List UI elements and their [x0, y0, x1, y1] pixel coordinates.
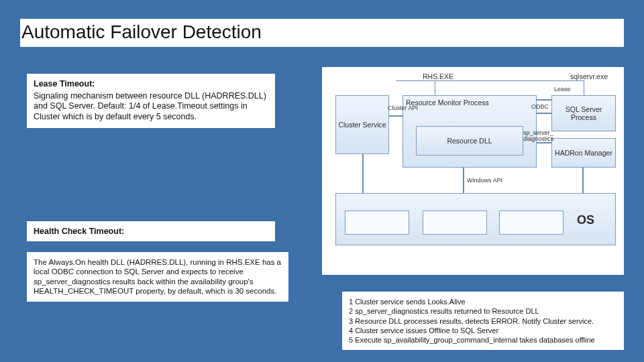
health-check-body-card: The Always.On health DLL (HADRRES.DLL), … [27, 252, 288, 302]
architecture-diagram: RHS.EXE sqlservr.exe Cluster Service Res… [322, 67, 624, 275]
lease-connector [537, 99, 551, 101]
sql-server-process-box: SQL Server Process [551, 95, 616, 131]
os-slot-box [345, 210, 409, 235]
lease-timeout-card: Lease Timeout: Signaling mechanism betwe… [27, 74, 275, 128]
sqlservr-tick [584, 80, 584, 95]
lease-label: Lease [554, 86, 571, 93]
to-windows-api-connector [463, 168, 464, 193]
health-check-body: The Always.On health DLL (HADRRES.DLL), … [34, 258, 281, 295]
cluster-api-label: Cluster API [388, 105, 418, 111]
os-slot-box [423, 210, 487, 235]
flow-step: 5 Execute sp_availability_group_command_… [349, 335, 617, 345]
sqlservr-label: sqlservr.exe [570, 72, 608, 80]
os-slot-box [499, 210, 564, 235]
rhs-tick [435, 80, 435, 95]
flow-step: 3 Resource DLL processes results, detect… [349, 316, 617, 326]
windows-api-label: Windows API [467, 177, 502, 184]
flow-step: 1 Cluster service sends Looks.Alive [349, 297, 617, 306]
slide-title: Automatic Failover Detection [20, 19, 624, 47]
lease-timeout-body: Signaling mechanism between resource DLL… [34, 91, 266, 121]
flow-step: 4 Cluster service issues Offline to SQL … [349, 326, 617, 335]
health-check-heading: Health Check Timeout: [34, 227, 268, 237]
os-label: OS [577, 213, 594, 227]
top-separator [396, 80, 584, 81]
resource-monitor-label: Resource Monitor Process [406, 99, 489, 107]
rhs-label: RHS.EXE [423, 72, 453, 80]
odbc-label: ODBC [531, 103, 549, 110]
flow-step: 2 sp_server_diagnostics results returned… [349, 306, 617, 316]
cluster-service-box: Cluster Service [335, 95, 389, 154]
resource-dll-box: Resource DLL [416, 126, 523, 156]
hadron-manager-box: HADRon Manager [551, 138, 616, 168]
sql-to-os-connector [582, 168, 584, 193]
cluster-api-connector [389, 115, 402, 117]
sp-diag-label: sp_server_ diagnostics [523, 130, 553, 143]
odbc-connector [537, 113, 551, 114]
cluster-to-os-connector [362, 154, 364, 193]
health-check-heading-card: Health Check Timeout: [27, 221, 275, 241]
flow-steps-card: 1 Cluster service sends Looks.Alive 2 sp… [342, 292, 624, 350]
lease-timeout-heading: Lease Timeout: [34, 79, 268, 90]
